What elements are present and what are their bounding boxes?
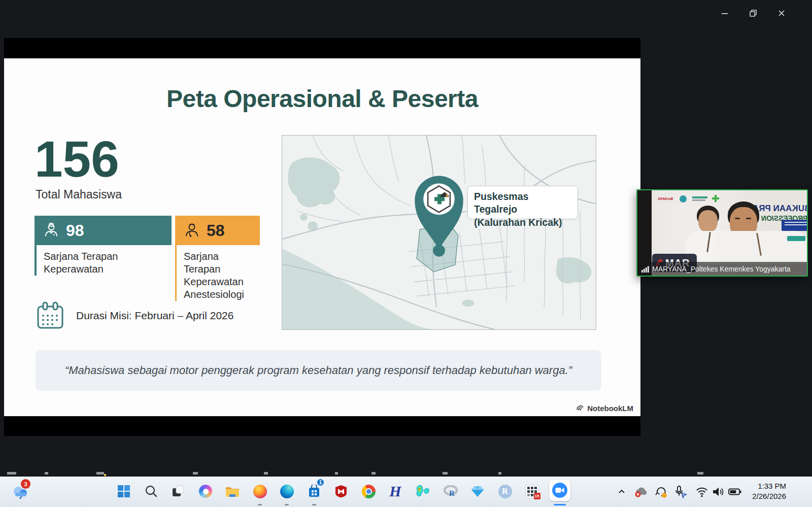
copilot-icon	[199, 485, 212, 498]
window-peek-fragment	[443, 472, 448, 475]
map-pin-label-line1: Puskesmas Tegalrejo	[474, 190, 571, 216]
window-peek-fragment	[498, 472, 501, 475]
clock-date: 2/26/2026	[752, 491, 786, 501]
stat-keperawatan-value: 98	[66, 221, 84, 240]
search-button[interactable]	[140, 477, 162, 505]
tray-chevron-button[interactable]	[614, 484, 629, 499]
microphone-tray-button[interactable]	[673, 484, 688, 499]
store-running-indicator	[312, 504, 316, 505]
banner-logo-circle	[680, 195, 687, 202]
close-button[interactable]	[770, 0, 793, 26]
desktop-screen: Peta Operasional & Peserta 156 Total Mah…	[0, 0, 812, 507]
h-app-button[interactable]: H	[384, 477, 407, 505]
file-explorer-icon	[225, 485, 240, 497]
zoom-app-button[interactable]	[549, 480, 570, 501]
gem-app-button[interactable]	[466, 477, 489, 505]
calendar-icon	[36, 301, 65, 330]
firefox-running-indicator	[258, 504, 262, 505]
chrome-button[interactable]	[357, 477, 380, 505]
notebooklm-label: NotebookLM	[587, 404, 633, 413]
window-peek-fragment	[697, 472, 703, 475]
svg-text:R: R	[449, 489, 455, 497]
close-icon	[778, 10, 785, 17]
participant-name: MARYANA_Poltekes Kemenkes Yogyakarta	[652, 265, 791, 273]
edge-icon	[280, 485, 294, 498]
sync-tray-button[interactable]	[654, 484, 669, 499]
minimize-icon	[721, 10, 728, 17]
store-badge: 1	[316, 478, 325, 487]
task-view-button[interactable]	[167, 477, 189, 505]
map-pin-label: Puskesmas Tegalrejo (Kalurahan Kricak)	[467, 186, 578, 219]
stat-anestesiologi: 58 Sarjana Terapan Keperawatan Anestesio…	[175, 216, 260, 301]
r-project-button[interactable]: R	[439, 477, 462, 505]
stat-anestesiologi-header: 58	[175, 216, 260, 245]
person-right	[714, 201, 808, 264]
grid-app-button[interactable]: 15	[521, 477, 543, 505]
taskbar-clock[interactable]: 1:33 PM 2/26/2026	[752, 481, 786, 502]
mcafee-icon	[335, 485, 347, 498]
window-peek-fragment	[335, 472, 338, 475]
window-peek-fragment	[193, 472, 198, 475]
restore-button[interactable]	[741, 0, 765, 26]
window-peek-fragment	[371, 472, 376, 475]
start-button[interactable]	[113, 477, 135, 505]
firefox-icon	[253, 485, 267, 498]
stat-anestesiologi-value: 58	[207, 221, 225, 240]
grid-app-icon: 15	[525, 485, 539, 498]
microphone-location-icon	[674, 485, 687, 498]
nurse-icon	[43, 222, 60, 239]
weather-badge: 3	[21, 479, 30, 489]
duration-row: Durasi Misi: Februari – April 2026	[36, 301, 233, 330]
gis-map-app-button[interactable]	[412, 477, 434, 505]
page-title: Peta Operasional & Peserta	[4, 85, 640, 113]
zoom-icon	[552, 483, 567, 498]
volume-icon	[712, 486, 725, 498]
window-peek-fragment	[7, 472, 16, 475]
edge-button[interactable]	[276, 477, 298, 505]
banner-logo-berakhlak: BerAKHLAK	[658, 197, 673, 202]
quote-bar: “Mahasiswa sebagai motor penggerak progr…	[36, 350, 601, 391]
participant-video-tile[interactable]: BerAKHLAK PEMBUKAAN PRA INTERPROFESSION	[636, 189, 808, 277]
duration-label: Durasi Misi: Februari – April 2026	[76, 310, 233, 322]
signal-bars-icon	[641, 265, 649, 273]
volume-tray-button[interactable]	[710, 484, 726, 499]
stat-keperawatan-header: 98	[35, 216, 172, 245]
battery-tray-button[interactable]	[727, 484, 742, 499]
microsoft-store-button[interactable]: 1	[303, 477, 325, 505]
edge-running-indicator	[285, 504, 289, 505]
window-peek-fragment	[96, 472, 104, 475]
window-peek-fragment	[104, 474, 106, 476]
total-students-number: 156	[35, 133, 119, 184]
search-icon	[145, 485, 158, 498]
firefox-button[interactable]	[249, 477, 271, 505]
h-app-icon: H	[389, 484, 401, 499]
wifi-tray-button[interactable]	[694, 484, 709, 499]
chrome-icon	[362, 485, 376, 498]
stats-row: 98 Sarjana Terapan Keperawatan 58	[35, 216, 260, 301]
window-peek-fragment	[45, 472, 48, 475]
total-students-label: Total Mahasiswa	[36, 188, 122, 201]
zoom-active-indicator	[554, 504, 566, 505]
map-roads	[282, 136, 596, 329]
copilot-button[interactable]	[194, 477, 217, 505]
mcafee-button[interactable]	[330, 477, 352, 505]
banner-logo-wordmark2	[692, 199, 705, 201]
file-explorer-button[interactable]	[221, 477, 244, 505]
onedrive-error-icon	[634, 486, 648, 497]
minimize-button[interactable]	[713, 0, 736, 26]
r-studio-button[interactable]: R	[494, 477, 516, 505]
task-view-icon	[172, 485, 185, 498]
clock-time: 1:33 PM	[752, 481, 786, 491]
window-peek-fragment	[264, 472, 268, 475]
stat-anestesiologi-label: Sarjana Terapan Keperawatan Anestesiolog…	[175, 245, 260, 301]
onedrive-tray-button[interactable]	[633, 484, 649, 499]
weather-widget[interactable]: 3	[9, 477, 31, 505]
gis-map-icon	[416, 485, 430, 498]
banner-logo-wordmark	[692, 196, 707, 198]
notebooklm-branding: NotebookLM	[576, 404, 633, 413]
presentation-slide: Peta Operasional & Peserta 156 Total Mah…	[4, 58, 640, 416]
battery-icon	[728, 486, 742, 498]
restore-icon	[750, 10, 757, 17]
taskbar: 3	[0, 477, 812, 507]
r-studio-icon: R	[498, 485, 512, 498]
